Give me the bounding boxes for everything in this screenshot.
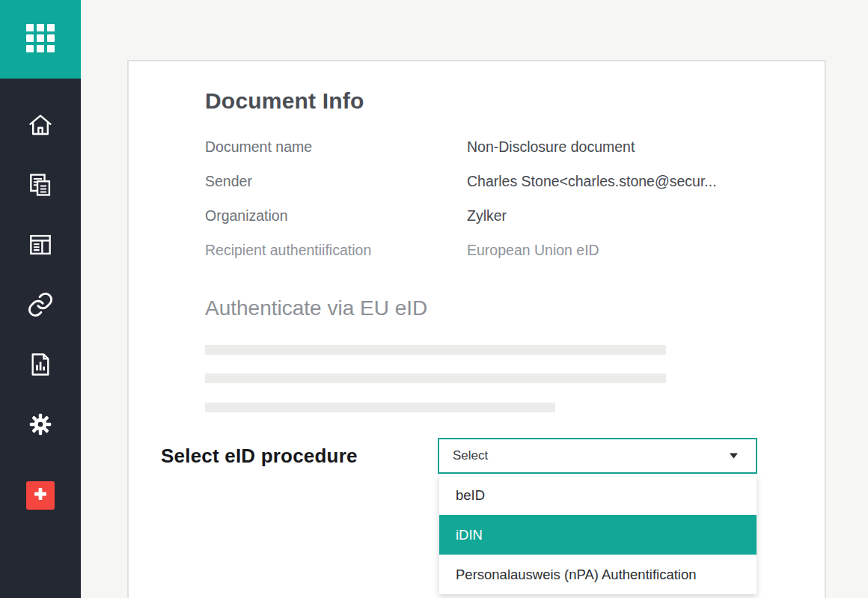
- info-label: Organization: [205, 207, 467, 225]
- select-eid-procedure-label: Select eID procedure: [161, 445, 358, 467]
- page-title: Document Info: [205, 88, 364, 114]
- info-row-document-name: Document name Non-Disclosure document: [205, 138, 780, 155]
- templates-icon: [26, 231, 55, 259]
- info-label: Sender: [205, 173, 467, 190]
- home-icon: [26, 111, 55, 139]
- sidebar-item-home[interactable]: [24, 109, 57, 141]
- chevron-down-icon: [730, 453, 738, 459]
- placeholder-line: [205, 345, 666, 355]
- option-personalausweis[interactable]: Personalausweis (nPA) Authentification: [439, 555, 757, 594]
- plus-icon: [32, 486, 49, 505]
- info-value: European Union eID: [467, 242, 599, 259]
- select-current-value: Select: [453, 448, 730, 463]
- grid-icon: [25, 23, 55, 56]
- option-beid[interactable]: beID: [439, 475, 757, 515]
- info-label: Document name: [205, 138, 467, 156]
- main-content: Document Info Document name Non-Disclosu…: [81, 0, 868, 598]
- info-value: Charles Stone<charles.stone@secur...: [467, 173, 717, 190]
- placeholder-line: [205, 403, 555, 412]
- eid-options-dropdown: beID iDIN Personalausweis (nPA) Authenti…: [439, 475, 757, 594]
- sidebar-nav: [24, 109, 57, 441]
- sidebar-item-settings[interactable]: [24, 408, 57, 441]
- eid-procedure-select[interactable]: Select: [438, 438, 757, 474]
- info-row-sender: Sender Charles Stone<charles.stone@secur…: [205, 173, 780, 189]
- info-value: Non-Disclosure document: [467, 138, 635, 156]
- info-label: Recipient authentiification: [205, 242, 467, 259]
- info-row-organization: Organization Zylker: [205, 207, 780, 224]
- sidebar-item-links[interactable]: [24, 288, 57, 321]
- sidebar-item-reports[interactable]: [24, 348, 57, 381]
- add-button[interactable]: [26, 481, 55, 510]
- documents-icon: [26, 171, 55, 199]
- option-idin[interactable]: iDIN: [439, 515, 757, 555]
- document-card: Document Info Document name Non-Disclosu…: [127, 60, 826, 598]
- info-row-recipient-authentification: Recipient authentiification European Uni…: [205, 242, 780, 258]
- authenticate-section-title: Authenticate via EU eID: [205, 296, 427, 320]
- sidebar: [0, 0, 81, 598]
- document-info-rows: Document name Non-Disclosure document Se…: [205, 138, 780, 276]
- info-value: Zylker: [467, 207, 507, 225]
- reports-icon: [26, 350, 55, 379]
- settings-gear-icon: [26, 410, 55, 439]
- link-icon: [26, 290, 55, 319]
- app-launcher-button[interactable]: [0, 0, 81, 79]
- placeholder-line: [205, 373, 666, 383]
- sidebar-item-templates[interactable]: [24, 228, 57, 261]
- sidebar-item-documents[interactable]: [24, 168, 57, 201]
